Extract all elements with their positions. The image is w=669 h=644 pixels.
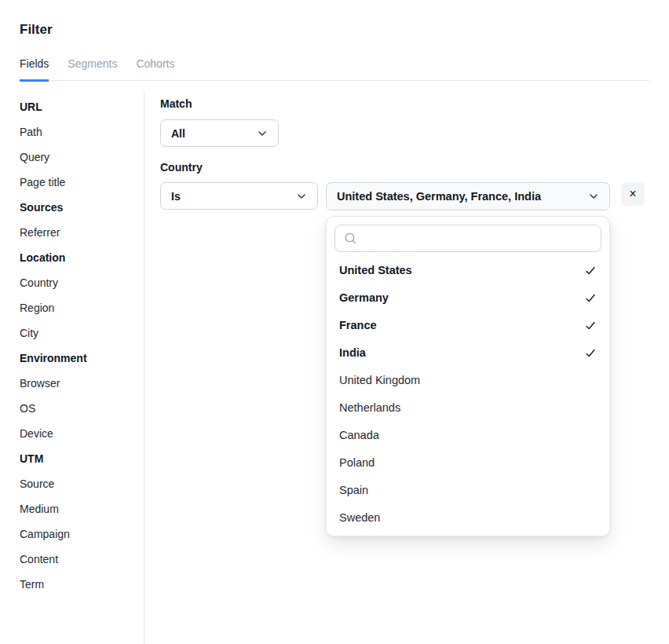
sidebar-item-utm-source[interactable]: Source [20, 478, 144, 490]
match-select-value: All [171, 127, 185, 140]
country-multiselect-value: United States, Germany, France, India [337, 190, 541, 203]
page-title: Filter [20, 22, 649, 38]
option-germany[interactable]: Germany [327, 284, 609, 311]
country-label: Country [160, 161, 649, 174]
filter-editor: Match All Country Is United States, Germ… [144, 91, 649, 644]
sidebar-item-device[interactable]: Device [20, 428, 144, 440]
operator-select[interactable]: Is [160, 182, 318, 210]
sidebar-item-referrer[interactable]: Referrer [20, 227, 144, 239]
sidebar-section-environment: Environment Browser OS Device [20, 353, 144, 440]
option-label: France [339, 319, 377, 331]
option-france[interactable]: France [327, 311, 609, 338]
check-icon [584, 291, 597, 304]
option-sweden[interactable]: Sweden [327, 503, 609, 531]
remove-filter-button[interactable]: × [621, 182, 645, 206]
match-label: Match [160, 97, 649, 110]
sidebar-item-region[interactable]: Region [20, 302, 144, 314]
sidebar-item-utm-campaign[interactable]: Campaign [20, 529, 144, 540]
content: URL Path Query Page title Sources Referr… [20, 91, 649, 644]
sidebar-item-city[interactable]: City [20, 327, 144, 339]
section-header-sources: Sources [20, 202, 144, 214]
country-search-input[interactable] [364, 232, 592, 246]
section-header-utm: UTM [20, 453, 144, 465]
option-canada[interactable]: Canada [327, 421, 609, 448]
section-header-environment: Environment [20, 353, 144, 364]
sidebar-section-location: Location Country Region City [20, 252, 144, 339]
sidebar-item-browser[interactable]: Browser [20, 378, 144, 390]
chevron-down-icon [588, 191, 599, 202]
search-icon [344, 232, 357, 245]
section-header-location: Location [20, 252, 144, 264]
option-label: Germany [339, 291, 389, 304]
sidebar-item-page-title[interactable]: Page title [20, 177, 144, 188]
option-label: Spain [339, 484, 368, 496]
option-label: United Kingdom [339, 374, 420, 386]
country-options-list: United States Germany France [327, 256, 609, 531]
option-label: Netherlands [339, 401, 400, 414]
country-search-box [334, 225, 601, 252]
check-icon [584, 264, 597, 276]
option-united-states[interactable]: United States [327, 256, 609, 284]
tab-bar: Fields Segments Cohorts [20, 57, 649, 81]
country-multiselect[interactable]: United States, Germany, France, India [326, 182, 610, 210]
option-label: United States [339, 264, 412, 276]
country-filter-row: Is United States, Germany, France, India [160, 182, 649, 210]
sidebar-item-query[interactable]: Query [20, 152, 144, 163]
chevron-down-icon [257, 128, 268, 139]
sidebar-item-path[interactable]: Path [20, 126, 144, 138]
sidebar-item-utm-term[interactable]: Term [20, 579, 144, 591]
chevron-down-icon [296, 191, 307, 202]
option-label: Sweden [339, 511, 380, 524]
country-filter-section: Country Is United States, Germany, Franc… [160, 161, 649, 210]
sidebar-item-utm-content[interactable]: Content [20, 554, 144, 565]
option-spain[interactable]: Spain [327, 476, 609, 503]
tab-cohorts[interactable]: Cohorts [136, 57, 174, 82]
tab-segments[interactable]: Segments [68, 57, 117, 82]
option-netherlands[interactable]: Netherlands [327, 393, 609, 421]
match-select[interactable]: All [160, 119, 279, 147]
check-icon [584, 346, 597, 359]
filter-modal: Filter Fields Segments Cohorts URL Path … [0, 22, 669, 644]
sidebar-section-url: URL Path Query Page title [20, 101, 144, 188]
fields-sidebar: URL Path Query Page title Sources Referr… [20, 91, 144, 644]
option-poland[interactable]: Poland [327, 448, 609, 476]
option-united-kingdom[interactable]: United Kingdom [327, 366, 609, 393]
check-icon [584, 319, 597, 331]
option-label: Canada [339, 429, 379, 441]
sidebar-item-country[interactable]: Country [20, 277, 144, 289]
option-label: Poland [339, 456, 375, 469]
sidebar-item-utm-medium[interactable]: Medium [20, 503, 144, 515]
sidebar-section-utm: UTM Source Medium Campaign Content Term [20, 453, 144, 591]
operator-select-value: Is [171, 190, 181, 203]
country-dropdown-panel: United States Germany France [326, 216, 610, 536]
tab-fields[interactable]: Fields [20, 57, 49, 82]
section-header-url: URL [20, 101, 144, 113]
option-label: India [339, 346, 366, 359]
option-india[interactable]: India [327, 338, 609, 366]
country-combobox-wrap: United States, Germany, France, India Un… [326, 182, 610, 210]
sidebar-section-sources: Sources Referrer [20, 202, 144, 239]
sidebar-item-os[interactable]: OS [20, 403, 144, 415]
